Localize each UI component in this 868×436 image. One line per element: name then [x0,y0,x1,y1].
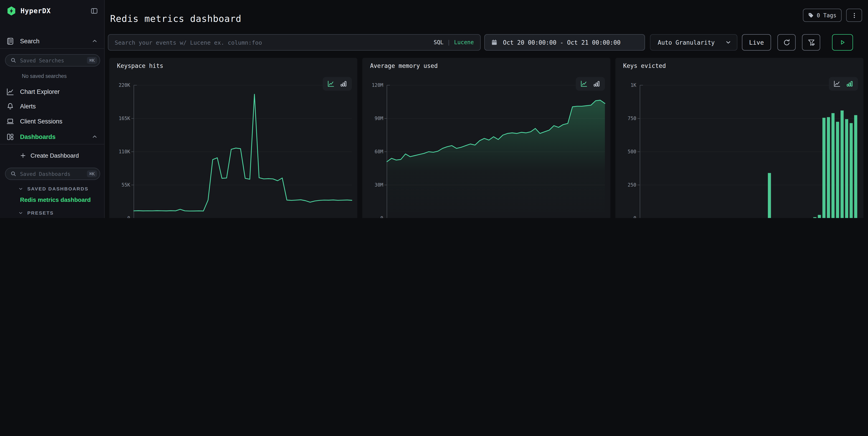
svg-text:60M: 60M [375,149,383,154]
sidebar-item-dashboards[interactable]: Dashboards [0,131,104,143]
panel-average-memory-used: Average memory used030M60M90M120MOct 20 … [362,58,610,218]
granularity-value: Auto Granularity [658,39,715,46]
svg-text:165K: 165K [119,116,130,121]
sidebar: HyperDX Search ⌘K No saved searches [0,0,105,218]
page-title: Redis metrics dashboard [110,13,242,24]
dashboards-grid-icon [6,133,14,141]
bar-chart-toggle-icon[interactable] [846,80,854,87]
panel-title: Average memory used [370,62,438,69]
panel-keys-evicted: Keys evicted02505007501KOct 20 12:00:00 … [615,58,863,218]
svg-text:0: 0 [633,215,636,218]
event-search-field[interactable] [108,39,434,46]
saved-searches-field[interactable] [17,57,87,63]
bell-icon [6,102,14,110]
search-icon [10,171,17,177]
lucene-toggle[interactable]: Lucene [454,39,474,46]
sidebar-item-search[interactable]: Search [0,35,104,47]
chevron-down-icon [18,186,23,191]
logo-row: HyperDX [0,4,104,18]
svg-text:110K: 110K [119,149,130,154]
sidebar-item-chart-explorer[interactable]: Chart Explorer [0,86,104,97]
live-label: Live [749,39,764,46]
chevron-down-icon [725,39,732,46]
line-chart-toggle-icon[interactable] [327,80,335,87]
svg-text:55K: 55K [122,182,130,188]
calendar-icon [491,39,497,46]
dashboard-grid: Keyspace hits055K110K165K220KOct 20 12:0… [109,58,865,218]
journal-icon [6,37,14,45]
app-name: HyperDX [21,7,51,15]
panel-title: Keys evicted [623,62,666,69]
play-icon [839,39,846,46]
panel-title: Keyspace hits [117,62,163,69]
svg-text:250: 250 [628,182,636,188]
svg-text:0: 0 [127,215,130,218]
sidebar-item-label: Alerts [20,103,36,110]
hyperdx-logo-icon [6,6,17,16]
create-dashboard-button[interactable]: Create Dashboard [0,149,104,161]
line-chart-icon [6,88,14,95]
tag-icon [808,12,814,18]
event-search-input[interactable]: SQL | Lucene [108,34,480,51]
chart-canvas: 055K110K165K220KOct 20 12:00:00 AM11:00:… [109,58,357,218]
tags-button[interactable]: 0 Tags [803,9,842,22]
search-icon [10,57,17,63]
sidebar-collapse-icon[interactable] [91,7,98,14]
saved-dashboards-field[interactable] [17,171,87,177]
svg-text:0: 0 [380,215,383,218]
laptop-icon [6,117,14,125]
refresh-icon [783,38,790,46]
kebab-icon [851,12,857,19]
line-chart-toggle-icon[interactable] [833,80,841,87]
bar-chart-toggle-icon[interactable] [593,80,600,87]
bar-chart-toggle-icon[interactable] [340,80,347,87]
chart-type-toggle [323,77,352,91]
lang-divider: | [447,39,451,46]
no-saved-searches-text: No saved searches [22,74,67,79]
sidebar-item-label: Search [20,37,40,45]
shortcut-badge: ⌘K [87,57,97,64]
date-range-value: Oct 20 00:00:00 - Oct 21 00:00:00 [503,39,621,46]
panel-keyspace-hits: Keyspace hits055K110K165K220KOct 20 12:0… [109,58,357,218]
svg-text:220K: 220K [119,83,130,88]
sidebar-item-label: Chart Explorer [20,88,60,95]
line-chart-toggle-icon[interactable] [580,80,588,87]
shortcut-badge: ⌘K [87,170,97,177]
filter-button[interactable] [802,34,820,51]
run-query-button[interactable] [832,34,853,51]
chevron-up-icon[interactable] [92,134,98,140]
divider [0,144,104,144]
live-button[interactable]: Live [742,34,771,51]
chart-canvas: 02505007501KOct 20 12:00:00 AM11:00:00 A… [615,58,863,218]
sidebar-item-label: Client Sessions [20,118,62,125]
app-window: HyperDX Search ⌘K No saved searches [0,0,868,218]
svg-text:750: 750 [628,116,636,121]
svg-text:120M: 120M [372,83,383,88]
saved-dashboards-heading[interactable]: SAVED DASHBOARDS [18,186,89,191]
chevron-down-icon [18,210,23,215]
svg-text:1K: 1K [631,83,637,88]
plus-icon [20,152,26,158]
date-range-picker[interactable]: Oct 20 00:00:00 - Oct 21 00:00:00 [484,34,645,51]
sidebar-item-alerts[interactable]: Alerts [0,100,104,112]
saved-dashboard-link-redis[interactable]: Redis metrics dashboard [20,196,91,203]
filter-edit-icon [807,38,815,46]
divider [0,48,104,49]
refresh-button[interactable] [777,34,796,51]
presets-heading[interactable]: PRESETS [18,210,54,215]
chart-canvas: 030M60M90M120MOct 20 12:00:00 AM11:00:00… [362,58,610,218]
sql-toggle[interactable]: SQL [434,39,443,46]
svg-text:30M: 30M [375,182,383,188]
saved-searches-input[interactable]: ⌘K [5,54,100,66]
saved-dashboards-input[interactable]: ⌘K [5,168,100,180]
granularity-select[interactable]: Auto Granularity [650,34,737,51]
svg-text:500: 500 [628,149,636,154]
chart-type-toggle [576,77,605,91]
create-dashboard-label: Create Dashboard [31,152,79,159]
more-options-button[interactable] [846,9,862,22]
sidebar-item-client-sessions[interactable]: Client Sessions [0,115,104,127]
tags-label: 0 Tags [817,12,837,19]
svg-text:90M: 90M [375,116,383,121]
chart-type-toggle [829,77,858,91]
chevron-up-icon[interactable] [92,38,98,44]
